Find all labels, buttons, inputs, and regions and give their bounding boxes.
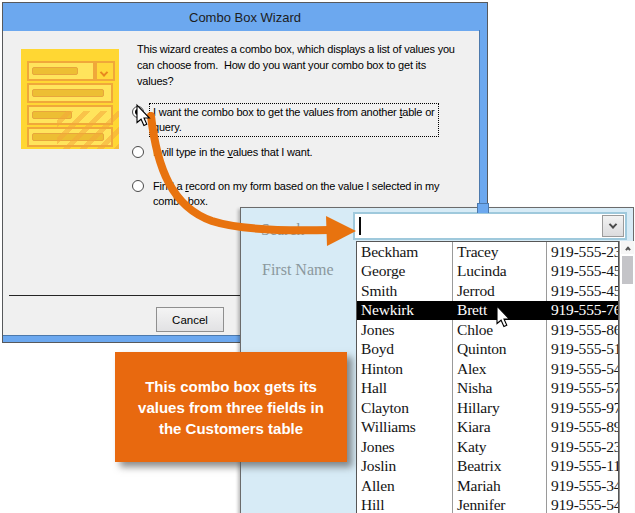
wizard-intro-text: This wizard creates a combo box, which d…	[137, 41, 455, 89]
radio-option-label: I will type in the values that I want.	[150, 144, 315, 161]
list-cell: Hillary	[453, 398, 547, 418]
list-row[interactable]: WilliamsKiara919-555-89	[357, 418, 618, 438]
list-cell: Alex	[453, 359, 547, 379]
radio-option-1[interactable]: I will type in the values that I want.	[131, 144, 315, 161]
radio-option-label: I want the combo box to get the values f…	[150, 104, 438, 136]
list-cell: 919-555-23	[547, 242, 618, 262]
scroll-up-button[interactable]	[621, 241, 634, 254]
list-cell: 919-555-34	[547, 476, 618, 496]
list-cell: Nisha	[453, 379, 547, 399]
dialog-border-fragment	[477, 203, 489, 213]
list-row[interactable]: NewkirkBrett919-555-76	[357, 301, 618, 321]
combo-box-illustration	[21, 49, 119, 149]
illustration-stripes	[57, 111, 119, 149]
chevron-down-icon	[100, 68, 108, 76]
screenshot-root: Combo Box Wizard This wizard creates a c…	[0, 0, 635, 513]
list-row[interactable]: HillJennifer919-555-54	[357, 496, 618, 513]
list-cell: 919-555-57	[547, 379, 618, 399]
search-label: Search	[261, 221, 305, 239]
callout-text-line: values from three fields in	[138, 397, 324, 418]
radio-option-0[interactable]: I want the combo box to get the values f…	[131, 104, 438, 136]
list-cell: 919-555-89	[547, 418, 618, 438]
list-row[interactable]: BoydQuinton919-555-51	[357, 340, 618, 360]
chevron-up-icon	[625, 246, 631, 252]
first-name-label: First Name	[262, 261, 334, 279]
list-cell: Jennifer	[453, 496, 547, 513]
list-cell: George	[357, 262, 453, 282]
list-cell: Hall	[357, 379, 453, 399]
list-cell: Newkirk	[357, 301, 453, 321]
list-cell: Allen	[357, 476, 453, 496]
list-cell: Brett	[453, 301, 547, 321]
scrollbar-thumb[interactable]	[622, 256, 633, 284]
list-cell: Hinton	[357, 359, 453, 379]
combo-dropdown-list: BeckhamTracey919-555-23GeorgeLucinda919-…	[356, 241, 619, 513]
list-cell: Jerrod	[453, 281, 547, 301]
list-cell: Chloe	[453, 320, 547, 340]
list-cell: Jones	[357, 437, 453, 457]
list-cell: Quinton	[453, 340, 547, 360]
list-cell: 919-555-23	[547, 437, 618, 457]
dialog-title: Combo Box Wizard	[189, 10, 301, 25]
dialog-titlebar[interactable]: Combo Box Wizard	[3, 3, 487, 31]
list-cell: Katy	[453, 437, 547, 457]
dropdown-scrollbar[interactable]	[619, 241, 634, 513]
list-cell: 919-555-11	[547, 457, 618, 477]
list-cell: 919-555-51	[547, 340, 618, 360]
list-cell: 919-555-45	[547, 281, 618, 301]
callout-text-line: the Customers table	[159, 418, 303, 439]
radio-button[interactable]	[132, 180, 144, 192]
combo-dropdown-button[interactable]	[602, 215, 624, 237]
list-cell: Beatrix	[453, 457, 547, 477]
list-row[interactable]: BeckhamTracey919-555-23	[357, 242, 618, 262]
intro-line: values?	[137, 73, 455, 89]
list-cell: Kiara	[453, 418, 547, 438]
list-row[interactable]: HallNisha919-555-57	[357, 379, 618, 399]
radio-option-2[interactable]: Find a record on my form based on the va…	[131, 178, 442, 210]
illustration-row	[27, 83, 113, 103]
list-cell: Clayton	[357, 398, 453, 418]
list-cell: Beckham	[357, 242, 453, 262]
chevron-down-icon	[609, 220, 617, 228]
radio-option-label: Find a record on my form based on the va…	[150, 178, 442, 210]
list-row[interactable]: JonesKaty919-555-23	[357, 437, 618, 457]
cancel-button[interactable]: Cancel	[156, 307, 224, 332]
list-row[interactable]: JonesChloe919-555-86	[357, 320, 618, 340]
list-cell: Williams	[357, 418, 453, 438]
callout-text-line: This combo box gets its	[145, 376, 317, 397]
illustration-dropdown-button	[95, 61, 115, 81]
list-cell: Joslin	[357, 457, 453, 477]
list-cell: Smith	[357, 281, 453, 301]
list-cell: Lucinda	[453, 262, 547, 282]
list-cell: 919-555-76	[547, 301, 618, 321]
list-row[interactable]: GeorgeLucinda919-555-45	[357, 262, 618, 282]
list-cell: Jones	[357, 320, 453, 340]
search-combo-box[interactable]	[353, 212, 627, 240]
list-cell: Boyd	[357, 340, 453, 360]
list-row[interactable]: SmithJerrod919-555-45	[357, 281, 618, 301]
intro-line: can choose from. How do you want your co…	[137, 57, 455, 73]
list-cell: 919-555-54	[547, 359, 618, 379]
list-cell: 919-555-54	[547, 496, 618, 513]
intro-line: This wizard creates a combo box, which d…	[137, 41, 455, 57]
radio-button[interactable]	[132, 146, 144, 158]
list-cell: Hill	[357, 496, 453, 513]
list-row[interactable]: JoslinBeatrix919-555-11	[357, 457, 618, 477]
list-cell: 919-555-97	[547, 398, 618, 418]
illustration-combo-field	[27, 61, 95, 81]
list-cell: Mariah	[453, 476, 547, 496]
list-cell: Tracey	[453, 242, 547, 262]
list-row[interactable]: HintonAlex919-555-54	[357, 359, 618, 379]
list-cell: 919-555-86	[547, 320, 618, 340]
annotation-callout: This combo box gets itsvalues from three…	[115, 352, 347, 462]
list-row[interactable]: ClaytonHillary919-555-97	[357, 398, 618, 418]
search-combo-input[interactable]	[361, 217, 591, 235]
list-row[interactable]: AllenMariah919-555-34	[357, 476, 618, 496]
radio-button[interactable]	[132, 106, 144, 118]
list-cell: 919-555-45	[547, 262, 618, 282]
